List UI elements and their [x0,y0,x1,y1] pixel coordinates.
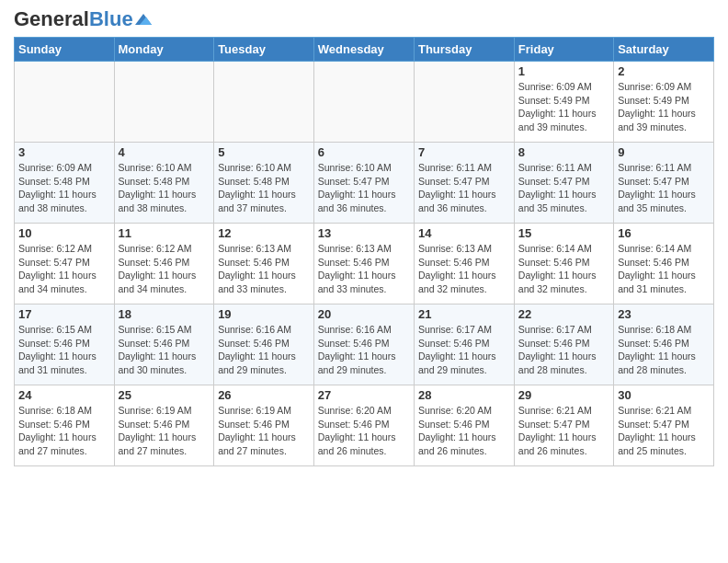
calendar-cell: 8Sunrise: 6:11 AM Sunset: 5:47 PM Daylig… [514,143,613,224]
week-row-1: 1Sunrise: 6:09 AM Sunset: 5:49 PM Daylig… [15,62,714,143]
day-number: 17 [18,307,110,321]
week-row-2: 3Sunrise: 6:09 AM Sunset: 5:48 PM Daylig… [15,143,714,224]
day-info: Sunrise: 6:21 AM Sunset: 5:47 PM Dayligh… [618,404,710,458]
weekday-header-monday: Monday [114,38,214,62]
day-info: Sunrise: 6:13 AM Sunset: 5:46 PM Dayligh… [218,242,310,296]
day-number: 9 [618,145,710,159]
day-info: Sunrise: 6:19 AM Sunset: 5:46 PM Dayligh… [218,404,310,458]
day-number: 1 [518,64,609,78]
calendar-cell: 3Sunrise: 6:09 AM Sunset: 5:48 PM Daylig… [15,143,115,224]
calendar-cell: 1Sunrise: 6:09 AM Sunset: 5:49 PM Daylig… [514,62,613,143]
day-info: Sunrise: 6:11 AM Sunset: 5:47 PM Dayligh… [618,161,710,215]
calendar-cell: 26Sunrise: 6:19 AM Sunset: 5:46 PM Dayli… [214,385,314,466]
weekday-header-tuesday: Tuesday [214,38,314,62]
day-info: Sunrise: 6:18 AM Sunset: 5:46 PM Dayligh… [618,323,710,377]
week-row-4: 17Sunrise: 6:15 AM Sunset: 5:46 PM Dayli… [15,304,714,385]
day-number: 4 [119,145,210,159]
day-info: Sunrise: 6:20 AM Sunset: 5:46 PM Dayligh… [318,404,410,458]
calendar-cell: 19Sunrise: 6:16 AM Sunset: 5:46 PM Dayli… [214,304,314,385]
day-number: 5 [218,145,310,159]
day-number: 16 [618,226,710,240]
calendar-cell: 16Sunrise: 6:14 AM Sunset: 5:46 PM Dayli… [614,224,714,304]
calendar-cell: 4Sunrise: 6:10 AM Sunset: 5:48 PM Daylig… [114,143,214,224]
day-number: 23 [618,307,710,321]
day-number: 11 [119,226,210,240]
week-row-3: 10Sunrise: 6:12 AM Sunset: 5:47 PM Dayli… [15,224,714,304]
day-info: Sunrise: 6:14 AM Sunset: 5:46 PM Dayligh… [618,242,710,296]
weekday-header-saturday: Saturday [614,38,714,62]
calendar-cell: 12Sunrise: 6:13 AM Sunset: 5:46 PM Dayli… [214,224,314,304]
logo: GeneralBlue [14,9,152,29]
weekday-header-thursday: Thursday [414,38,514,62]
week-row-5: 24Sunrise: 6:18 AM Sunset: 5:46 PM Dayli… [15,385,714,466]
calendar-cell: 13Sunrise: 6:13 AM Sunset: 5:46 PM Dayli… [313,224,414,304]
day-info: Sunrise: 6:16 AM Sunset: 5:46 PM Dayligh… [218,323,310,377]
calendar-cell: 29Sunrise: 6:21 AM Sunset: 5:47 PM Dayli… [514,385,613,466]
day-info: Sunrise: 6:14 AM Sunset: 5:46 PM Dayligh… [518,242,609,296]
header: GeneralBlue [14,9,714,29]
day-number: 15 [518,226,609,240]
calendar-cell [114,62,214,143]
day-number: 12 [218,226,310,240]
calendar-cell: 2Sunrise: 6:09 AM Sunset: 5:49 PM Daylig… [614,62,714,143]
page: GeneralBlue SundayMondayTuesdayWednesday… [0,0,728,480]
day-info: Sunrise: 6:15 AM Sunset: 5:46 PM Dayligh… [119,323,210,377]
weekday-header-wednesday: Wednesday [313,38,414,62]
day-info: Sunrise: 6:10 AM Sunset: 5:48 PM Dayligh… [218,161,310,215]
calendar-cell: 15Sunrise: 6:14 AM Sunset: 5:46 PM Dayli… [514,224,613,304]
calendar-cell: 30Sunrise: 6:21 AM Sunset: 5:47 PM Dayli… [614,385,714,466]
calendar-cell: 21Sunrise: 6:17 AM Sunset: 5:46 PM Dayli… [414,304,514,385]
day-info: Sunrise: 6:20 AM Sunset: 5:46 PM Dayligh… [418,404,510,458]
calendar-cell: 7Sunrise: 6:11 AM Sunset: 5:47 PM Daylig… [414,143,514,224]
day-info: Sunrise: 6:13 AM Sunset: 5:46 PM Dayligh… [318,242,410,296]
calendar-cell: 25Sunrise: 6:19 AM Sunset: 5:46 PM Dayli… [114,385,214,466]
day-info: Sunrise: 6:10 AM Sunset: 5:47 PM Dayligh… [318,161,410,215]
day-number: 7 [418,145,510,159]
calendar-cell: 24Sunrise: 6:18 AM Sunset: 5:46 PM Dayli… [15,385,115,466]
day-number: 22 [518,307,609,321]
day-info: Sunrise: 6:19 AM Sunset: 5:46 PM Dayligh… [119,404,210,458]
day-info: Sunrise: 6:09 AM Sunset: 5:49 PM Dayligh… [518,80,609,134]
calendar-cell [15,62,115,143]
day-info: Sunrise: 6:17 AM Sunset: 5:46 PM Dayligh… [418,323,510,377]
day-number: 6 [318,145,410,159]
day-number: 29 [518,388,609,402]
day-number: 20 [318,307,410,321]
day-number: 30 [618,388,710,402]
day-number: 25 [119,388,210,402]
day-info: Sunrise: 6:10 AM Sunset: 5:48 PM Dayligh… [119,161,210,215]
calendar-cell: 5Sunrise: 6:10 AM Sunset: 5:48 PM Daylig… [214,143,314,224]
day-number: 24 [18,388,110,402]
day-info: Sunrise: 6:15 AM Sunset: 5:46 PM Dayligh… [18,323,110,377]
day-number: 3 [18,145,110,159]
calendar-cell: 11Sunrise: 6:12 AM Sunset: 5:46 PM Dayli… [114,224,214,304]
calendar-cell: 22Sunrise: 6:17 AM Sunset: 5:46 PM Dayli… [514,304,613,385]
day-number: 19 [218,307,310,321]
day-info: Sunrise: 6:21 AM Sunset: 5:47 PM Dayligh… [518,404,609,458]
day-number: 28 [418,388,510,402]
day-number: 2 [618,64,710,78]
logo-blue: Blue [89,7,133,30]
logo-text: GeneralBlue [14,9,133,29]
calendar-cell [414,62,514,143]
day-info: Sunrise: 6:09 AM Sunset: 5:48 PM Dayligh… [18,161,110,215]
day-info: Sunrise: 6:11 AM Sunset: 5:47 PM Dayligh… [518,161,609,215]
calendar-cell: 23Sunrise: 6:18 AM Sunset: 5:46 PM Dayli… [614,304,714,385]
logo-general: General [14,7,89,30]
calendar-cell: 20Sunrise: 6:16 AM Sunset: 5:46 PM Dayli… [313,304,414,385]
calendar-cell: 18Sunrise: 6:15 AM Sunset: 5:46 PM Dayli… [114,304,214,385]
logo-icon [135,14,152,25]
weekday-header-sunday: Sunday [15,38,115,62]
calendar-cell: 17Sunrise: 6:15 AM Sunset: 5:46 PM Dayli… [15,304,115,385]
day-info: Sunrise: 6:16 AM Sunset: 5:46 PM Dayligh… [318,323,410,377]
day-info: Sunrise: 6:18 AM Sunset: 5:46 PM Dayligh… [18,404,110,458]
day-number: 27 [318,388,410,402]
day-info: Sunrise: 6:09 AM Sunset: 5:49 PM Dayligh… [618,80,710,134]
day-number: 18 [119,307,210,321]
calendar-cell [313,62,414,143]
calendar-cell: 10Sunrise: 6:12 AM Sunset: 5:47 PM Dayli… [15,224,115,304]
weekday-header-friday: Friday [514,38,613,62]
day-info: Sunrise: 6:13 AM Sunset: 5:46 PM Dayligh… [418,242,510,296]
day-number: 13 [318,226,410,240]
calendar-cell [214,62,314,143]
